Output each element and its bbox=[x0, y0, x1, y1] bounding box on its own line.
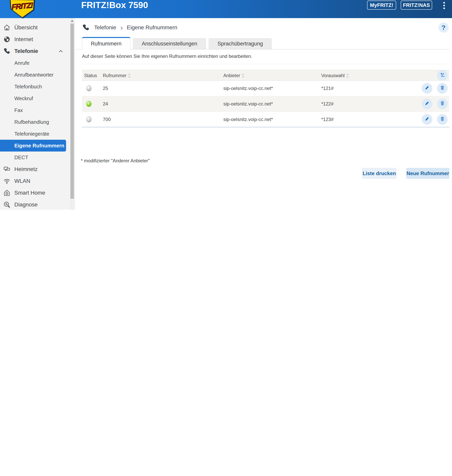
sidebar-item-label: DECT bbox=[14, 155, 28, 161]
add-remove-columns-button[interactable] bbox=[437, 70, 448, 81]
anbieter-cell: sip-oelsnitz.voip-cc.net* bbox=[223, 117, 273, 122]
sort-icon[interactable] bbox=[128, 73, 131, 78]
sidebar-item-anrufe[interactable]: Anrufe bbox=[0, 57, 74, 69]
sidebar-item-diagnose[interactable]: Diagnose bbox=[0, 199, 74, 211]
kebab-menu-icon[interactable] bbox=[442, 2, 446, 12]
chevron-right-icon bbox=[119, 25, 124, 30]
phone-icon bbox=[82, 24, 90, 32]
anbieter-cell: sip-oelsnitz.voip-cc.net* bbox=[223, 101, 273, 107]
main-content: Telefonie Eigene Rufnummern ? Rufnummern… bbox=[75, 18, 452, 210]
page-title: FRITZ!Box 7590 bbox=[81, 0, 148, 10]
fritznas-button[interactable]: FRITZ!NAS bbox=[401, 0, 432, 10]
column-header-status: Status bbox=[84, 70, 97, 81]
print-list-button[interactable]: Liste drucken bbox=[362, 168, 397, 179]
sort-icon[interactable] bbox=[346, 73, 349, 78]
diagnose-icon bbox=[3, 201, 11, 208]
edit-button[interactable] bbox=[422, 99, 432, 109]
sidebar-item-label: Anrufbeantworter bbox=[14, 72, 53, 78]
sidebar-item-rufbehandlung[interactable]: Rufbehandlung bbox=[0, 116, 74, 128]
table-row: 700 sip-oelsnitz.voip-cc.net* *123# bbox=[82, 112, 449, 127]
sidebar-list: Übersicht Internet Telefonie Anrufe bbox=[0, 18, 74, 211]
column-header-anbieter[interactable]: Anbieter bbox=[223, 70, 245, 81]
sidebar-item-uebersicht[interactable]: Übersicht bbox=[0, 22, 74, 34]
tab-sprachuebertragung[interactable]: Sprachübertragung bbox=[209, 38, 272, 49]
column-header-rufnummer[interactable]: Rufnummer bbox=[103, 70, 131, 81]
rufnummer-cell: 25 bbox=[103, 86, 108, 91]
delete-button[interactable] bbox=[437, 99, 448, 109]
table-header-row: Status Rufnummer Anbieter Vorauswahl bbox=[82, 70, 449, 81]
sidebar-item-label: Anrufe bbox=[14, 60, 29, 66]
sidebar-item-heimnetz[interactable]: Heimnetz bbox=[0, 163, 74, 175]
plus-minus-icon bbox=[439, 72, 445, 79]
globe-icon bbox=[3, 36, 11, 43]
phone-icon bbox=[3, 48, 11, 55]
divider bbox=[81, 64, 449, 64]
sidebar-item-telefoniegeraete[interactable]: Telefoniegeräte bbox=[0, 128, 74, 140]
sidebar-item-dect[interactable]: DECT bbox=[0, 151, 74, 163]
app-header: FRITZ! FRITZ!Box 7590 MyFRITZ! FRITZ!NAS bbox=[0, 0, 452, 18]
sidebar-item-label: Heimnetz bbox=[14, 166, 38, 172]
sidebar-item-label: WLAN bbox=[14, 178, 30, 184]
sidebar: Übersicht Internet Telefonie Anrufe bbox=[0, 18, 75, 210]
vorauswahl-cell: *123# bbox=[321, 117, 334, 122]
trash-icon bbox=[439, 100, 445, 108]
trash-icon bbox=[439, 116, 445, 123]
pencil-icon bbox=[424, 116, 430, 123]
edit-button[interactable] bbox=[422, 83, 432, 94]
sidebar-item-label: Smart Home bbox=[14, 190, 45, 196]
sidebar-item-label: Telefoniegeräte bbox=[14, 131, 49, 137]
sidebar-item-label: Telefonbuch bbox=[14, 84, 42, 90]
vorauswahl-cell: *121# bbox=[321, 86, 334, 91]
rufnummer-cell: 24 bbox=[103, 101, 108, 107]
tab-bar: Rufnummern Anschlusseinstellungen Sprach… bbox=[82, 37, 272, 49]
chevron-up-icon bbox=[58, 48, 64, 54]
sidebar-item-telefonie[interactable]: Telefonie bbox=[0, 45, 74, 57]
status-indicator bbox=[86, 85, 91, 91]
help-button[interactable]: ? bbox=[439, 22, 449, 33]
sidebar-item-weckruf[interactable]: Weckruf bbox=[0, 93, 74, 104]
delete-button[interactable] bbox=[437, 83, 448, 94]
sidebar-item-label: Eigene Rufnummern bbox=[14, 143, 64, 149]
sidebar-item-smart-home[interactable]: Smart Home bbox=[0, 187, 74, 199]
status-indicator bbox=[86, 101, 91, 107]
wifi-icon bbox=[3, 177, 11, 185]
breadcrumb-section[interactable]: Telefonie bbox=[94, 24, 116, 31]
pencil-icon bbox=[424, 100, 430, 108]
sidebar-item-telefonbuch[interactable]: Telefonbuch bbox=[0, 81, 74, 93]
sidebar-item-internet[interactable]: Internet bbox=[0, 34, 74, 45]
fritz-logo[interactable]: FRITZ! bbox=[10, 0, 35, 18]
rufnummer-cell: 700 bbox=[103, 117, 111, 122]
page-description: Auf dieser Seite können Sie Ihre eigenen… bbox=[82, 54, 252, 59]
pencil-icon bbox=[424, 85, 430, 92]
new-number-button[interactable]: Neue Rufnummer bbox=[406, 168, 449, 179]
delete-button[interactable] bbox=[437, 114, 448, 125]
sidebar-item-label: Fax bbox=[14, 107, 23, 113]
scrollbar-up-arrow-icon[interactable] bbox=[71, 20, 73, 22]
sidebar-item-label: Übersicht bbox=[14, 24, 38, 31]
sidebar-item-eigene-rufnummern[interactable]: Eigene Rufnummern bbox=[0, 140, 66, 151]
smart-home-icon bbox=[3, 189, 11, 197]
phone-numbers-table: Status Rufnummer Anbieter Vorauswahl bbox=[82, 70, 449, 127]
trash-icon bbox=[439, 85, 445, 92]
sidebar-scrollbar[interactable] bbox=[70, 18, 74, 210]
sidebar-item-fax[interactable]: Fax bbox=[0, 104, 74, 116]
breadcrumb: Telefonie Eigene Rufnummern bbox=[82, 23, 177, 32]
sort-icon[interactable] bbox=[242, 73, 245, 78]
modified-provider-footnote: * modifizierter "Anderer Anbieter" bbox=[81, 158, 150, 163]
network-icon bbox=[3, 165, 11, 173]
sidebar-item-label: Weckruf bbox=[14, 95, 33, 102]
vorauswahl-cell: *122# bbox=[321, 101, 334, 107]
breadcrumb-page: Eigene Rufnummern bbox=[127, 24, 177, 31]
column-header-vorauswahl[interactable]: Vorauswahl bbox=[321, 70, 349, 81]
sidebar-item-wlan[interactable]: WLAN bbox=[0, 175, 74, 187]
tab-anschlusseinstellungen[interactable]: Anschlusseinstellungen bbox=[133, 38, 206, 49]
myfritz-button[interactable]: MyFRITZ! bbox=[367, 0, 396, 10]
home-icon bbox=[3, 24, 11, 31]
sidebar-item-label: Internet bbox=[14, 36, 33, 42]
edit-button[interactable] bbox=[422, 114, 432, 125]
table-row: 25 sip-oelsnitz.voip-cc.net* *121# bbox=[82, 81, 449, 96]
sidebar-item-anrufbeantworter[interactable]: Anrufbeantworter bbox=[0, 69, 74, 81]
scrollbar-thumb[interactable] bbox=[70, 24, 74, 199]
sidebar-item-label: Diagnose bbox=[14, 202, 38, 208]
tab-rufnummern[interactable]: Rufnummern bbox=[82, 37, 130, 49]
